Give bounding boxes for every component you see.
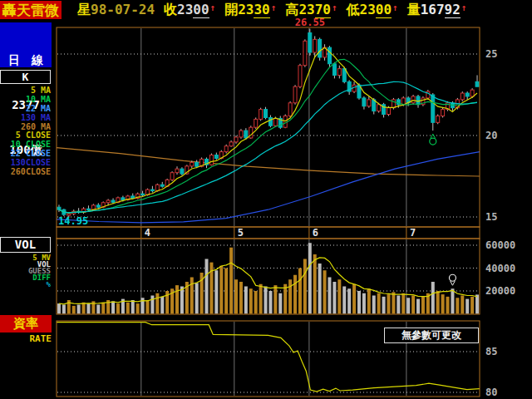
volume-bar	[249, 288, 253, 313]
candle-body	[362, 98, 366, 106]
volume-bar	[190, 278, 194, 314]
volume-bar	[347, 288, 351, 313]
price-tick-label: 25	[485, 48, 497, 60]
volume-bar	[367, 288, 371, 313]
volume-bar	[136, 303, 140, 313]
vol-legend: 5 MVVOLGUESSDIFF%	[0, 254, 52, 288]
candle-body	[332, 64, 336, 76]
legend-row: DIFF	[0, 274, 52, 281]
candle-body	[239, 131, 243, 137]
rate-indicator-button[interactable]: 資率	[0, 315, 52, 332]
period-stock-box[interactable]: 日 線 2377 100億	[0, 22, 52, 67]
candle-body	[273, 118, 277, 126]
candle-body	[180, 169, 184, 174]
candle-body	[234, 137, 238, 142]
rate-tick-label: 80	[485, 387, 497, 398]
volume-bar	[421, 297, 425, 314]
volume-bar	[475, 294, 479, 313]
k-indicator-button[interactable]: K	[0, 70, 51, 84]
candle-body	[268, 117, 272, 126]
volume-bar	[436, 291, 440, 314]
volume-bar	[382, 297, 386, 314]
period-label: 日 線	[0, 52, 52, 67]
volume-bar	[318, 264, 322, 314]
volume-bar	[451, 288, 454, 313]
volume-bar	[342, 287, 346, 314]
candle-body	[264, 110, 268, 118]
candle-body	[342, 69, 346, 82]
legend-row: 5 MA	[0, 86, 52, 95]
legend-row: 260CLOSE	[0, 167, 52, 176]
volume-bar	[224, 268, 228, 314]
candle-body	[131, 196, 135, 199]
volume-bar	[82, 303, 86, 314]
vol-indicator-button[interactable]: VOL	[0, 237, 51, 253]
legend-row: 10 MA	[0, 95, 52, 104]
volume-bar	[155, 293, 159, 314]
volume-bar	[175, 285, 179, 313]
candle-body	[431, 95, 435, 122]
candle-body	[328, 47, 331, 64]
volume-bar	[268, 291, 272, 314]
candle-body	[337, 69, 341, 76]
candle-body	[377, 105, 381, 111]
volume-bar	[131, 300, 135, 314]
candle-body	[57, 207, 61, 209]
candle-body	[436, 116, 440, 122]
volume-bar	[62, 305, 66, 314]
candle-body	[175, 169, 179, 173]
volume-bar	[234, 279, 238, 313]
volume-bar	[332, 282, 336, 314]
low-price-label: 14.95	[58, 215, 88, 227]
candle-body	[190, 162, 194, 166]
candle-body	[111, 200, 115, 202]
candle-body	[313, 39, 317, 52]
volume-bar	[259, 284, 263, 314]
candle-body	[160, 185, 164, 186]
price-tick-label: 15	[485, 211, 497, 223]
volume-bar	[357, 291, 361, 314]
indicator-sidebar: 日 線 2377 100億 K 5 MA10 MA22 MA130 MA260 …	[0, 20, 55, 399]
volume-bar	[401, 293, 405, 314]
candle-body	[411, 96, 415, 103]
candle-body	[441, 110, 445, 116]
candle-body	[401, 98, 405, 105]
pane-frame	[57, 239, 480, 314]
volume-bar	[145, 300, 149, 314]
volume-tick-label: 60000	[485, 239, 515, 251]
legend-row: 22 MA	[0, 104, 52, 113]
marker-balloon-icon	[449, 274, 456, 281]
volume-bar	[101, 303, 105, 314]
volume-bar	[229, 248, 233, 314]
month-label: 5	[238, 227, 244, 239]
candle-body	[229, 142, 233, 146]
month-label: 4	[145, 227, 150, 239]
ma-line	[57, 148, 480, 176]
volume-bar	[328, 278, 331, 314]
volume-bar	[288, 279, 292, 313]
ma-legend: 5 MA10 MA22 MA130 MA260 MA	[0, 86, 52, 131]
legend-row: 22 CLOSE	[0, 149, 52, 158]
candle-body	[308, 33, 312, 53]
candle-body	[86, 209, 90, 210]
no-parameter-notice: 無參數可更改	[384, 328, 479, 343]
volume-bar	[313, 254, 317, 314]
volume-bar	[352, 284, 356, 314]
volume-bar	[67, 300, 71, 314]
volume-bar	[323, 270, 327, 313]
volume-bar	[205, 259, 209, 314]
legend-row: 10 CLOSE	[0, 140, 52, 149]
ma-line	[57, 152, 480, 223]
candle-body	[466, 93, 469, 96]
volume-bar	[195, 283, 199, 313]
rate-sub-label: RATE	[0, 333, 52, 344]
legend-row: 130 MA	[0, 113, 52, 122]
volume-bar	[431, 282, 435, 314]
volume-bar	[392, 292, 395, 313]
legend-row: %	[0, 281, 52, 288]
volume-bar	[372, 296, 376, 314]
volume-bar	[406, 298, 410, 313]
candle-body	[367, 100, 371, 106]
volume-bar	[387, 294, 391, 313]
volume-bar	[397, 296, 400, 314]
